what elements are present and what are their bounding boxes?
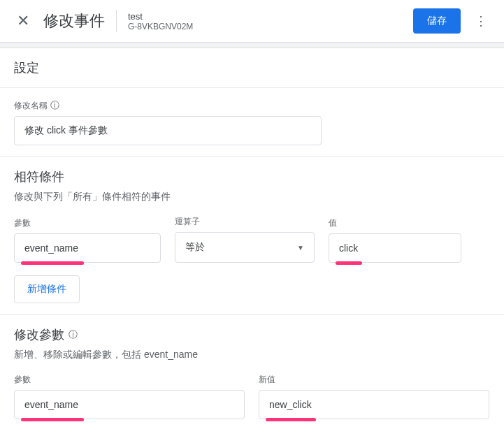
highlight-underline bbox=[266, 418, 316, 421]
property-id: G-8VKBGNV02M bbox=[128, 22, 413, 31]
operator-value: 等於 bbox=[185, 241, 205, 254]
value-label: 值 bbox=[329, 217, 461, 229]
close-icon: ✕ bbox=[17, 12, 29, 29]
name-section: 修改名稱 ⓘ bbox=[0, 88, 504, 157]
condition-row: 參數 運算子 等於 ▼ 值 bbox=[14, 216, 490, 263]
condition-value-input[interactable] bbox=[329, 233, 461, 263]
modify-param-input[interactable] bbox=[14, 390, 245, 419]
add-condition-button[interactable]: 新增條件 bbox=[14, 275, 80, 303]
highlight-underline bbox=[21, 261, 84, 265]
more-menu-button[interactable]: ⋮ bbox=[469, 10, 493, 31]
conditions-heading: 相符條件 bbox=[14, 168, 490, 185]
modify-params-heading: 修改參數 ⓘ bbox=[14, 326, 490, 343]
settings-section: 設定 bbox=[0, 48, 504, 88]
condition-operator-field: 運算子 等於 ▼ bbox=[175, 216, 315, 263]
header-divider bbox=[116, 10, 117, 32]
conditions-section: 相符條件 修改與下列「所有」條件相符的事件 參數 運算子 等於 ▼ 值 新增條件 bbox=[0, 157, 504, 314]
modify-newval-field: 新值 bbox=[259, 374, 489, 419]
operator-label: 運算子 bbox=[175, 216, 315, 228]
property-name: test bbox=[128, 11, 413, 22]
save-button[interactable]: 儲存 bbox=[413, 8, 461, 34]
header-bar: ✕ 修改事件 test G-8VKBGNV02M 儲存 ⋮ bbox=[0, 0, 504, 43]
highlight-underline bbox=[21, 418, 84, 421]
settings-heading: 設定 bbox=[14, 59, 490, 76]
modify-params-section: 修改參數 ⓘ 新增、移除或編輯參數，包括 event_name 參數 新值 bbox=[0, 315, 504, 430]
more-vertical-icon: ⋮ bbox=[475, 14, 487, 28]
conditions-desc: 修改與下列「所有」條件相符的事件 bbox=[14, 191, 490, 203]
condition-param-field: 參數 bbox=[14, 217, 161, 263]
page-title: 修改事件 bbox=[43, 10, 105, 31]
param-label: 參數 bbox=[14, 217, 161, 229]
highlight-underline bbox=[336, 261, 362, 265]
modify-newval-label: 新值 bbox=[259, 374, 489, 386]
help-icon[interactable]: ⓘ bbox=[50, 99, 59, 112]
help-icon[interactable]: ⓘ bbox=[69, 328, 78, 341]
condition-operator-select[interactable]: 等於 ▼ bbox=[175, 232, 315, 263]
modify-newval-input[interactable] bbox=[259, 390, 489, 419]
modify-name-label: 修改名稱 ⓘ bbox=[14, 99, 490, 112]
modify-params-desc: 新增、移除或編輯參數，包括 event_name bbox=[14, 349, 490, 361]
chevron-down-icon: ▼ bbox=[297, 244, 304, 252]
modify-param-field: 參數 bbox=[14, 374, 245, 419]
header-spacer bbox=[0, 43, 504, 48]
property-info: test G-8VKBGNV02M bbox=[128, 11, 413, 31]
close-button[interactable]: ✕ bbox=[11, 9, 35, 33]
modify-param-label: 參數 bbox=[14, 374, 245, 386]
condition-param-input[interactable] bbox=[14, 233, 161, 263]
condition-value-field: 值 bbox=[329, 217, 461, 263]
modify-name-input[interactable] bbox=[14, 116, 322, 145]
modify-row: 參數 新值 bbox=[14, 374, 490, 419]
